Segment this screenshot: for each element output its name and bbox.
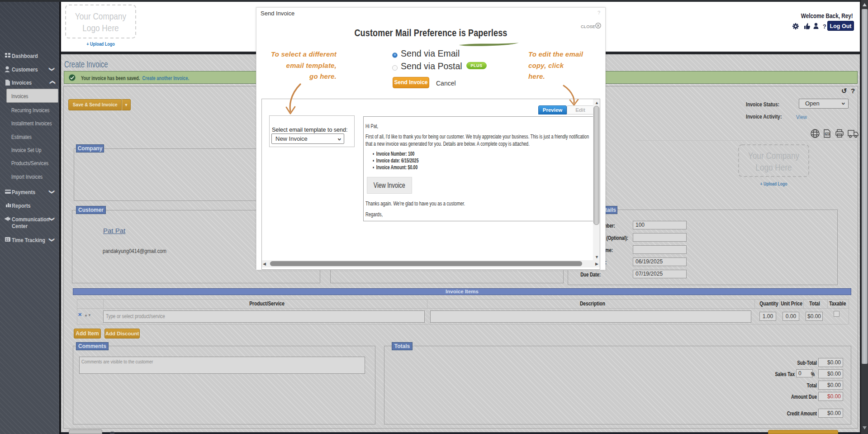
svg-text:PDF: PDF	[825, 133, 830, 135]
svg-text:?: ?	[823, 23, 826, 30]
